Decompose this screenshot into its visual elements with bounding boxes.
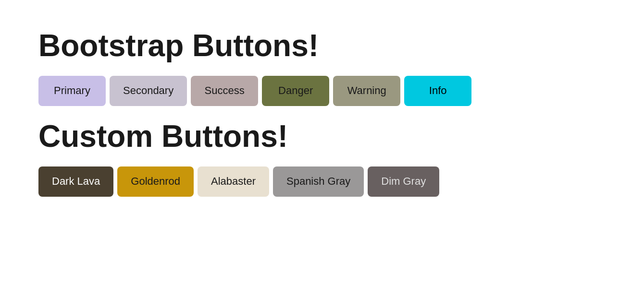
- dark-lava-button[interactable]: Dark Lava: [38, 166, 113, 196]
- bootstrap-title: Bootstrap Buttons!: [38, 29, 606, 62]
- bootstrap-button-row: Primary Secondary Success Danger Warning…: [38, 76, 606, 106]
- warning-button[interactable]: Warning: [333, 76, 400, 106]
- success-button[interactable]: Success: [191, 76, 258, 106]
- danger-button[interactable]: Danger: [262, 76, 329, 106]
- spanish-gray-button[interactable]: Spanish Gray: [273, 166, 364, 196]
- custom-title: Custom Buttons!: [38, 119, 606, 153]
- custom-button-row: Dark Lava Goldenrod Alabaster Spanish Gr…: [38, 166, 606, 196]
- alabaster-button[interactable]: Alabaster: [198, 166, 269, 196]
- goldenrod-button[interactable]: Goldenrod: [117, 166, 194, 196]
- info-button[interactable]: Info: [404, 76, 471, 106]
- primary-button[interactable]: Primary: [38, 76, 106, 106]
- dim-gray-button[interactable]: Dim Gray: [368, 166, 439, 196]
- secondary-button[interactable]: Secondary: [110, 76, 187, 106]
